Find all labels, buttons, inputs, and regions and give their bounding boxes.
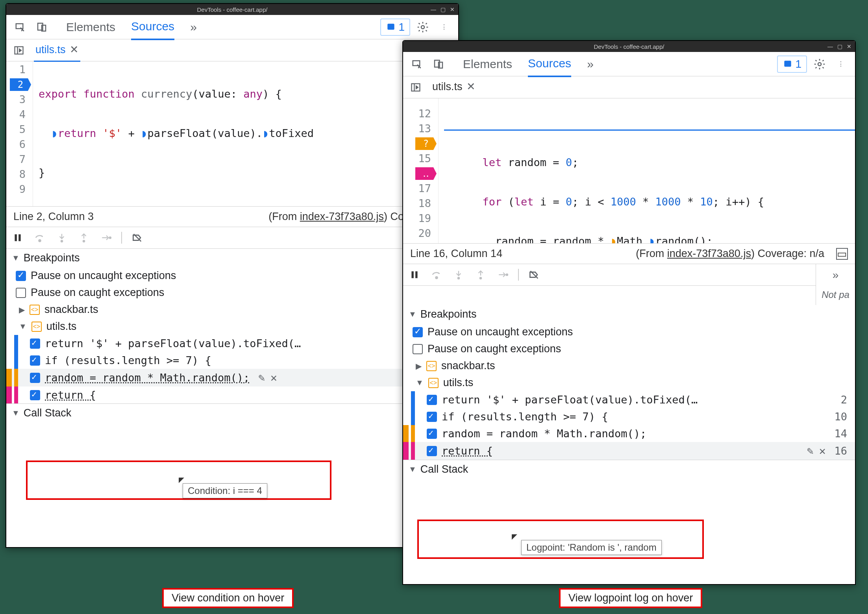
step-into-icon[interactable]: [55, 231, 68, 244]
inspect-icon[interactable]: [12, 18, 29, 36]
line-number[interactable]: 13: [418, 122, 431, 135]
checkbox-icon[interactable]: [427, 429, 437, 439]
navigator-toggle-icon[interactable]: [12, 43, 26, 57]
expand-panel-icon[interactable]: »: [833, 269, 839, 281]
pause-uncaught-row[interactable]: Pause on uncaught exceptions: [6, 267, 458, 284]
line-number[interactable]: 9: [19, 183, 26, 195]
line-gutter[interactable]: 1 2 3 4 5 6 7 8 9: [6, 61, 33, 206]
remove-icon[interactable]: ✕: [270, 371, 277, 384]
bp-file-utils[interactable]: ▼ <> utils.ts: [403, 374, 855, 391]
pause-uncaught-row[interactable]: Pause on uncaught exceptions: [403, 324, 855, 340]
step-out-icon[interactable]: [474, 268, 487, 281]
checkbox-icon[interactable]: [427, 446, 437, 456]
callstack-header[interactable]: ▼ Call Stack: [403, 460, 855, 479]
tab-sources[interactable]: Sources: [528, 51, 571, 77]
close-icon[interactable]: ✕: [448, 6, 457, 13]
code-editor[interactable]: 1 2 3 4 5 6 7 8 9 export function curren…: [6, 61, 458, 206]
breakpoint-marker-icon[interactable]: 2: [10, 78, 31, 91]
line-number[interactable]: 1: [19, 63, 26, 76]
settings-icon[interactable]: [414, 18, 431, 36]
tab-sources[interactable]: Sources: [131, 14, 174, 40]
line-number[interactable]: 19: [418, 212, 431, 224]
line-number[interactable]: 18: [418, 197, 431, 209]
line-number[interactable]: 8: [19, 168, 26, 180]
navigator-toggle-icon[interactable]: [409, 80, 423, 94]
minimize-icon[interactable]: —: [826, 43, 835, 50]
breakpoints-header[interactable]: ▼ Breakpoints: [6, 249, 458, 267]
bp-row-4[interactable]: return { 16: [6, 387, 458, 403]
pause-caught-row[interactable]: Pause on caught exceptions: [6, 284, 458, 301]
checkbox-icon[interactable]: [413, 327, 423, 337]
logpoint-marker-icon[interactable]: ‥ 16: [415, 167, 437, 180]
source-link[interactable]: index-73f73a80.js: [300, 211, 384, 222]
line-number[interactable]: 5: [19, 123, 26, 135]
checkbox-icon[interactable]: [30, 338, 40, 349]
maximize-icon[interactable]: ▢: [439, 6, 447, 13]
line-number[interactable]: 15: [418, 152, 431, 165]
settings-icon[interactable]: [811, 55, 828, 73]
checkbox-icon[interactable]: [427, 395, 437, 405]
maximize-icon[interactable]: ▢: [835, 43, 844, 50]
pause-icon[interactable]: [408, 268, 421, 281]
bp-file-snackbar[interactable]: ▶ <> snackbar.ts: [6, 301, 458, 318]
step-icon[interactable]: [99, 231, 113, 244]
line-number[interactable]: 20: [418, 227, 431, 239]
step-over-icon[interactable]: [33, 231, 46, 244]
coverage-toggle-icon[interactable]: ▭: [836, 248, 848, 260]
checkbox-icon[interactable]: [16, 288, 26, 298]
remove-icon[interactable]: ✕: [819, 444, 826, 457]
device-icon[interactable]: [430, 55, 447, 73]
bp-row-1[interactable]: return '$' + parseFloat(value).toFixed(……: [6, 335, 458, 352]
minimize-icon[interactable]: —: [429, 6, 438, 13]
file-tab-close-icon[interactable]: ✕: [466, 80, 476, 93]
checkbox-icon[interactable]: [30, 390, 40, 400]
bp-row-2[interactable]: if (results.length >= 7) { 10: [403, 408, 855, 425]
step-out-icon[interactable]: [77, 231, 91, 244]
line-number[interactable]: 7: [19, 153, 26, 165]
tab-elements[interactable]: Elements: [463, 52, 512, 76]
deactivate-breakpoints-icon[interactable]: [131, 231, 144, 244]
window-titlebar[interactable]: DevTools - coffee-cart.app/ — ▢ ✕: [6, 4, 458, 15]
line-number[interactable]: 6: [19, 138, 26, 150]
deactivate-breakpoints-icon[interactable]: [527, 268, 541, 281]
tab-elements[interactable]: Elements: [66, 15, 115, 39]
checkbox-icon[interactable]: [16, 271, 26, 281]
bp-row-3[interactable]: random = random * Math.random(); ✎ ✕ 14: [6, 369, 458, 387]
bp-file-utils[interactable]: ▼ <> utils.ts: [6, 318, 458, 335]
bp-file-snackbar[interactable]: ▶ <> snackbar.ts: [403, 357, 855, 374]
close-icon[interactable]: ✕: [845, 43, 853, 50]
checkbox-icon[interactable]: [30, 355, 40, 366]
code-body[interactable]: let random = 0; for (let i = 0; i < 1000…: [439, 98, 855, 243]
pencil-icon[interactable]: ✎: [258, 371, 265, 384]
bp-row-1[interactable]: return '$' + parseFloat(value).toFixed(……: [403, 391, 855, 408]
file-tab-utils[interactable]: utils.ts ✕: [34, 39, 80, 62]
checkbox-icon[interactable]: [427, 412, 437, 422]
bp-row-4[interactable]: return { ✎ ✕ 16: [403, 442, 855, 460]
pause-caught-row[interactable]: Pause on caught exceptions: [403, 340, 855, 357]
pencil-icon[interactable]: ✎: [807, 444, 814, 457]
conditional-bp-marker-icon[interactable]: ? 14: [415, 137, 437, 150]
issues-badge[interactable]: 1: [380, 18, 410, 36]
inspect-icon[interactable]: [409, 55, 426, 73]
more-tabs-icon[interactable]: »: [190, 20, 197, 34]
file-tab-close-icon[interactable]: ✕: [70, 43, 79, 56]
file-tab-utils[interactable]: utils.ts ✕: [431, 76, 477, 99]
issues-badge[interactable]: 1: [777, 55, 807, 73]
kebab-icon[interactable]: ⋮: [832, 55, 849, 73]
step-over-icon[interactable]: [430, 268, 443, 281]
breakpoints-header[interactable]: ▼ Breakpoints: [403, 305, 855, 324]
source-link[interactable]: index-73f73a80.js: [667, 248, 751, 259]
bp-row-2[interactable]: if (results.length >= 7) { 10: [6, 352, 458, 369]
bp-row-3[interactable]: random = random * Math.random(); 14: [403, 425, 855, 442]
code-editor[interactable]: 12 13 ? 14 15 ‥ 16 17 18 19 20 let rando…: [403, 98, 855, 243]
kebab-icon[interactable]: ⋮: [435, 18, 453, 36]
line-number[interactable]: 3: [19, 93, 26, 105]
step-into-icon[interactable]: [452, 268, 465, 281]
callstack-header[interactable]: ▼ Call Stack: [6, 403, 458, 422]
checkbox-icon[interactable]: [30, 373, 40, 383]
line-gutter[interactable]: 12 13 ? 14 15 ‥ 16 17 18 19 20: [403, 98, 439, 243]
pause-icon[interactable]: [11, 231, 24, 244]
line-number[interactable]: 4: [19, 108, 26, 120]
device-icon[interactable]: [33, 18, 50, 36]
step-icon[interactable]: [496, 268, 509, 281]
